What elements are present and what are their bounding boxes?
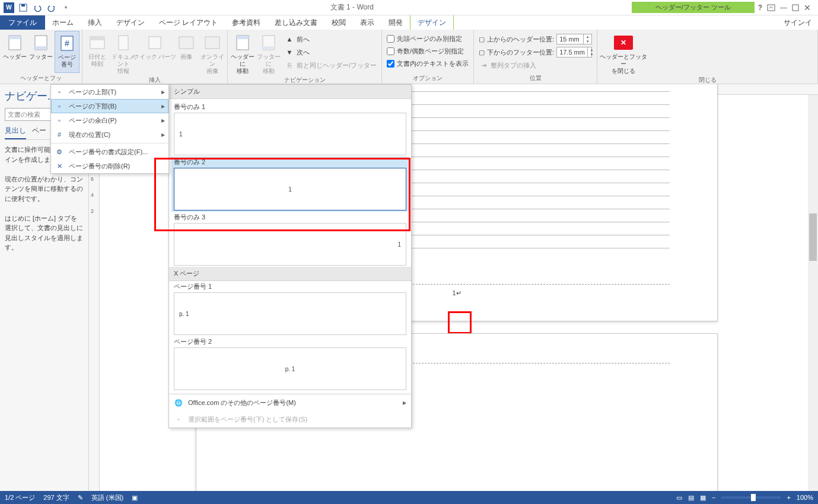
spin-up-icon[interactable]: ▲ (583, 34, 591, 39)
datetime-button[interactable]: 日付と 時刻 (85, 31, 110, 75)
svg-rect-7 (35, 46, 47, 50)
help-icon[interactable]: ? (758, 4, 762, 12)
tab-home[interactable]: ホーム (45, 15, 81, 30)
window-controls: ? — ✕ (758, 3, 818, 12)
status-words[interactable]: 297 文字 (43, 493, 69, 502)
group-navigation: ヘッダーに 移動 フッターに 移動 ▲前へ ▼次へ ⎘前と同じヘッダー/フッター… (228, 30, 382, 84)
footer-button[interactable]: フッター (28, 31, 53, 73)
group-close: ✕ ヘッダーとフッター を閉じる 閉じる (597, 30, 818, 84)
status-macro-icon[interactable]: ▣ (132, 494, 138, 502)
tab-review[interactable]: 校閲 (324, 15, 353, 30)
header-from-top-input[interactable]: 15 mm▲▼ (556, 34, 592, 44)
page-margins-icon: ▫ (55, 116, 64, 125)
ribbon: ヘッダー フッター #ページ 番号 ヘッダーとフッ 日付と 時刻 ドキュメント … (0, 30, 818, 84)
tab-mailings[interactable]: 差し込み文書 (268, 15, 324, 30)
status-page[interactable]: 1/2 ページ (5, 493, 35, 502)
menu-page-bottom[interactable]: ▫ページの下部(B)▶ (51, 99, 168, 113)
goto-header-button[interactable]: ヘッダーに 移動 (230, 31, 255, 75)
chevron-right-icon: ▶ (403, 400, 406, 406)
goto-footer-button[interactable]: フッターに 移動 (256, 31, 281, 75)
chevron-right-icon: ▶ (161, 132, 165, 138)
undo-icon[interactable] (31, 1, 44, 14)
save-icon[interactable] (17, 1, 30, 14)
tab-insert[interactable]: 挿入 (81, 15, 109, 30)
docinfo-button[interactable]: ドキュメント 情報 (111, 31, 136, 75)
header-from-top-icon: ▢ (479, 36, 485, 43)
group-header-footer: ヘッダー フッター #ページ 番号 ヘッダーとフッ (0, 30, 82, 84)
tab-hf-design[interactable]: デザイン (410, 15, 454, 30)
quick-access-toolbar: W ▾ (0, 1, 72, 14)
vertical-scrollbar[interactable] (808, 95, 818, 491)
remove-icon: ✕ (55, 161, 64, 171)
format-icon: ⚙ (55, 147, 64, 157)
minimize-icon[interactable]: — (780, 4, 787, 12)
nav-tab-headings[interactable]: 見出し (5, 126, 26, 139)
link-previous-button[interactable]: ⎘前と同じヘッダー/フッター (282, 59, 379, 71)
zoom-level[interactable]: 100% (797, 494, 813, 501)
spin-down-icon[interactable]: ▼ (583, 39, 591, 44)
menu-page-margins[interactable]: ▫ページの余白(P)▶ (51, 113, 168, 127)
tab-references[interactable]: 参考資料 (225, 15, 268, 30)
gallery-office-more[interactable]: 🌐Office.com のその他のページ番号(M)▶ (169, 394, 411, 411)
gallery-item-number-only-3[interactable]: 番号のみ 3 1 (171, 212, 409, 267)
header-from-top-row: ▢ 上からのヘッダー位置: 15 mm▲▼ (476, 33, 594, 45)
tab-developer[interactable]: 開発 (381, 15, 410, 30)
zoom-out-icon[interactable]: − (712, 494, 715, 501)
maximize-icon[interactable] (792, 4, 799, 11)
view-web-icon[interactable]: ▦ (700, 494, 706, 502)
tab-layout[interactable]: ページ レイアウト (152, 15, 225, 30)
status-proofing-icon[interactable]: ✎ (78, 494, 83, 502)
red-annotation-footer (448, 311, 472, 334)
group-options: 先頭ページのみ別指定 奇数/偶数ページ別指定 文書内のテキストを表示 オプション (382, 30, 474, 84)
close-icon[interactable]: ✕ (804, 3, 811, 12)
zoom-slider[interactable] (721, 496, 781, 499)
insert-align-tab-button[interactable]: ⇥整列タブの挿入 (476, 59, 594, 71)
diff-first-page-checkbox[interactable]: 先頭ページのみ別指定 (384, 33, 471, 44)
svg-rect-15 (205, 37, 219, 49)
view-read-icon[interactable]: ▭ (676, 494, 682, 502)
spin-up-icon[interactable]: ▲ (587, 47, 596, 52)
show-doc-text-checkbox[interactable]: 文書内のテキストを表示 (384, 58, 471, 69)
save-selection-icon: ▫ (174, 414, 183, 424)
window-title: 文書 1 - Word (72, 2, 632, 12)
footer-from-bottom-icon: ▢ (479, 49, 485, 56)
tab-view[interactable]: 表示 (353, 15, 381, 30)
redo-icon[interactable] (45, 1, 58, 14)
svg-rect-13 (149, 37, 161, 49)
ribbon-display-icon[interactable] (767, 4, 775, 11)
spin-down-icon[interactable]: ▼ (587, 52, 596, 57)
menu-format-page-number[interactable]: ⚙ページ番号の書式設定(F)... (51, 145, 168, 159)
qat-customize-icon[interactable]: ▾ (59, 1, 72, 14)
page-top-icon: ▫ (55, 87, 64, 97)
view-print-icon[interactable]: ▤ (688, 494, 694, 502)
office-icon: 🌐 (174, 398, 183, 407)
next-section-button[interactable]: ▼次へ (282, 46, 379, 58)
gallery-item-number-only-1[interactable]: 番号のみ 1 1 (171, 101, 409, 157)
menu-page-top[interactable]: ▫ページの上部(T)▶ (51, 85, 168, 99)
online-picture-button[interactable]: オンライン 画像 (200, 31, 225, 75)
quickparts-button[interactable]: クイック パーツ (137, 31, 173, 75)
gallery-item-number-only-2[interactable]: 番号のみ 2 1 (171, 157, 409, 212)
nav-tab-pages[interactable]: ペー (32, 126, 46, 139)
header-button[interactable]: ヘッダー (2, 31, 27, 73)
close-hf-button[interactable]: ✕ ヘッダーとフッター を閉じる (600, 31, 647, 75)
page-number-button[interactable]: #ページ 番号 (55, 31, 79, 73)
menu-current-position[interactable]: #現在の位置(C)▶ (51, 127, 168, 142)
diff-odd-even-checkbox[interactable]: 奇数/偶数ページ別指定 (384, 46, 471, 57)
status-bar: 1/2 ページ 297 文字 ✎ 英語 (米国) ▣ ▭ ▤ ▦ − + 100… (0, 491, 818, 504)
footer-from-bottom-input[interactable]: 17.5 mm▲▼ (556, 47, 592, 58)
svg-rect-2 (768, 5, 775, 11)
signin-link[interactable]: サインイ (784, 15, 818, 30)
chevron-right-icon: ▶ (161, 90, 165, 95)
gallery-header-xpage: X ページ (169, 267, 411, 281)
gallery-item-page-number-1[interactable]: ページ番号 1 p. 1 (171, 281, 409, 336)
tab-file[interactable]: ファイル (0, 15, 45, 30)
tab-design[interactable]: デザイン (109, 15, 152, 30)
prev-section-button[interactable]: ▲前へ (282, 33, 379, 45)
gallery-item-page-number-2[interactable]: ページ番号 2 p. 1 (171, 336, 409, 391)
svg-rect-12 (119, 36, 128, 50)
status-language[interactable]: 英語 (米国) (91, 493, 123, 502)
zoom-in-icon[interactable]: + (787, 494, 790, 501)
menu-remove-page-number[interactable]: ✕ページ番号の削除(R) (51, 159, 168, 173)
picture-button[interactable]: 画像 (174, 31, 199, 75)
